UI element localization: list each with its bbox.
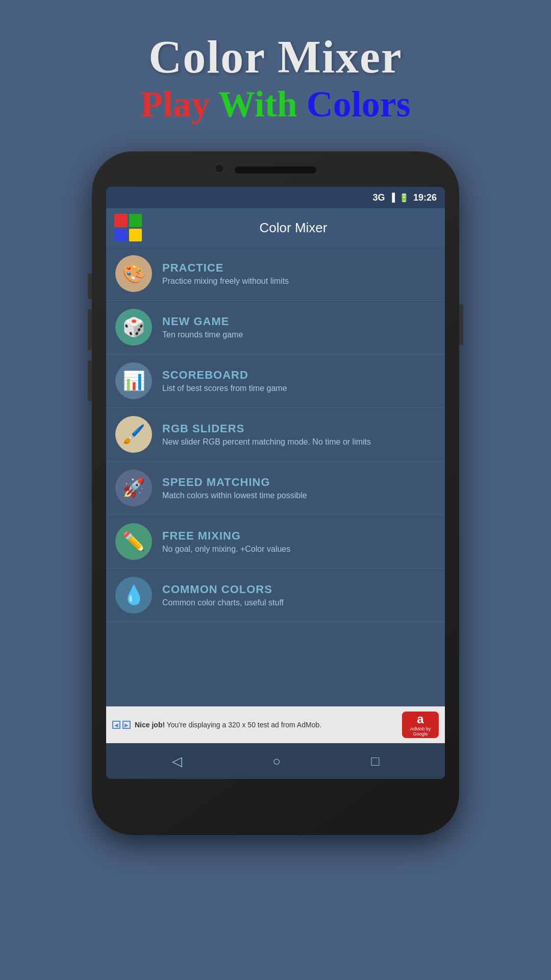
menu-item-common-colors[interactable]: 💧COMMON COLORSCommon color charts, usefu… xyxy=(106,569,445,622)
menu-title-scoreboard: SCOREBOARD xyxy=(162,369,287,382)
menu-title-common-colors: COMMON COLORS xyxy=(162,583,284,596)
subtitle-colors: Colors xyxy=(307,84,411,125)
menu-title-rgb-sliders: RGB SLIDERS xyxy=(162,422,371,435)
menu-icon-new-game: 🎲 xyxy=(115,309,152,346)
toolbar-title: Color Mixer xyxy=(150,220,437,236)
menu-icon-common-colors: 💧 xyxy=(115,577,152,614)
home-button[interactable]: ○ xyxy=(267,748,286,774)
power-button xyxy=(459,304,463,345)
logo-yellow xyxy=(129,229,142,242)
menu-desc-speed-matching: Match colors within lowest time possible xyxy=(162,491,307,500)
menu-item-new-game[interactable]: 🎲NEW GAMETen rounds time game xyxy=(106,301,445,354)
page-header: Color Mixer Play With Colors xyxy=(140,0,410,146)
ad-arrow-right: ▶ xyxy=(122,721,131,729)
ad-bold: Nice job! xyxy=(135,721,165,729)
app-title: Color Mixer xyxy=(140,31,410,83)
menu-title-new-game: NEW GAME xyxy=(162,315,243,328)
speaker-grille xyxy=(235,166,316,174)
logo-blue xyxy=(114,229,128,242)
ad-arrows: ◀ ▶ xyxy=(112,721,131,729)
menu-item-free-mixing[interactable]: ✏️FREE MIXINGNo goal, only mixing. +Colo… xyxy=(106,515,445,569)
camera-button xyxy=(88,360,92,401)
volume-up-button xyxy=(88,274,92,299)
recent-button[interactable]: □ xyxy=(366,748,385,774)
network-indicator: 3G xyxy=(373,192,385,203)
ad-body: You're displaying a 320 x 50 test ad fro… xyxy=(165,721,321,729)
subtitle-with: With xyxy=(218,84,297,125)
app-logo xyxy=(114,214,142,241)
logo-red xyxy=(114,214,128,227)
menu-icon-speed-matching: 🚀 xyxy=(115,470,152,506)
menu-desc-scoreboard: List of best scores from time game xyxy=(162,384,287,393)
menu-list: 🎨PRACTICEPractice mixing freely without … xyxy=(106,247,445,706)
ad-text: Nice job! You're displaying a 320 x 50 t… xyxy=(135,720,402,729)
clock: 19:26 xyxy=(413,192,437,203)
menu-text-speed-matching: SPEED MATCHINGMatch colors within lowest… xyxy=(162,476,307,500)
phone-outer: 3G ▐ 🔋 19:26 Color Mixer 🎨PRACTICEPracti… xyxy=(92,151,459,835)
ad-banner: ◀ ▶ Nice job! You're displaying a 320 x … xyxy=(106,706,445,743)
menu-text-rgb-sliders: RGB SLIDERSNew slider RGB percent matchi… xyxy=(162,422,371,447)
subtitle-play: Play xyxy=(140,84,210,125)
front-camera xyxy=(214,163,224,174)
logo-green xyxy=(129,214,142,227)
menu-title-practice: PRACTICE xyxy=(162,261,289,275)
admob-logo: a AdMob by Google xyxy=(402,712,439,738)
menu-icon-rgb-sliders: 🖌️ xyxy=(115,416,152,453)
menu-text-common-colors: COMMON COLORSCommon color charts, useful… xyxy=(162,583,284,607)
menu-desc-new-game: Ten rounds time game xyxy=(162,330,243,339)
menu-title-free-mixing: FREE MIXING xyxy=(162,529,290,543)
menu-icon-practice: 🎨 xyxy=(115,255,152,292)
menu-text-practice: PRACTICEPractice mixing freely without l… xyxy=(162,261,289,286)
battery-icon: 🔋 xyxy=(399,193,409,203)
menu-title-speed-matching: SPEED MATCHING xyxy=(162,476,307,489)
menu-text-scoreboard: SCOREBOARDList of best scores from time … xyxy=(162,369,287,393)
menu-desc-common-colors: Common color charts, useful stuff xyxy=(162,598,284,607)
phone-device: 3G ▐ 🔋 19:26 Color Mixer 🎨PRACTICEPracti… xyxy=(92,151,459,835)
menu-text-free-mixing: FREE MIXINGNo goal, only mixing. +Color … xyxy=(162,529,290,554)
admob-logo-icon: a xyxy=(417,713,423,725)
phone-screen: 3G ▐ 🔋 19:26 Color Mixer 🎨PRACTICEPracti… xyxy=(106,187,445,779)
app-subtitle: Play With Colors xyxy=(140,83,410,126)
admob-logo-text: AdMob by Google xyxy=(402,726,439,737)
signal-icon: ▐ xyxy=(389,193,395,202)
back-button[interactable]: ◁ xyxy=(167,748,187,774)
ad-arrow-left: ◀ xyxy=(112,721,120,729)
volume-down-button xyxy=(88,309,92,350)
navigation-bar: ◁ ○ □ xyxy=(106,743,445,779)
status-bar: 3G ▐ 🔋 19:26 xyxy=(106,187,445,208)
menu-icon-scoreboard: 📊 xyxy=(115,362,152,399)
menu-desc-free-mixing: No goal, only mixing. +Color values xyxy=(162,545,290,554)
menu-item-rgb-sliders[interactable]: 🖌️RGB SLIDERSNew slider RGB percent matc… xyxy=(106,408,445,461)
menu-item-practice[interactable]: 🎨PRACTICEPractice mixing freely without … xyxy=(106,247,445,301)
menu-item-speed-matching[interactable]: 🚀SPEED MATCHINGMatch colors within lowes… xyxy=(106,461,445,515)
menu-desc-rgb-sliders: New slider RGB percent matching mode. No… xyxy=(162,437,371,447)
app-toolbar: Color Mixer xyxy=(106,208,445,247)
menu-icon-free-mixing: ✏️ xyxy=(115,523,152,560)
menu-item-scoreboard[interactable]: 📊SCOREBOARDList of best scores from time… xyxy=(106,354,445,408)
menu-desc-practice: Practice mixing freely without limits xyxy=(162,277,289,286)
menu-text-new-game: NEW GAMETen rounds time game xyxy=(162,315,243,339)
